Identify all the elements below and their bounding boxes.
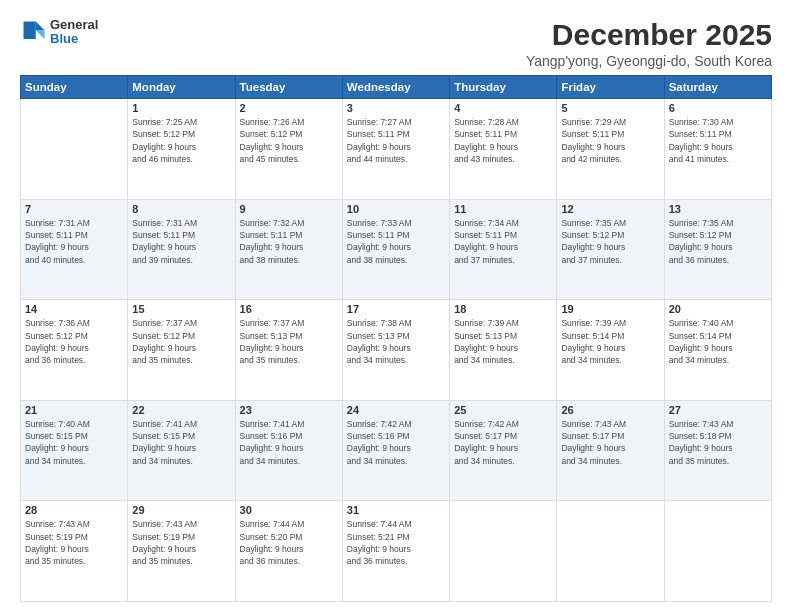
day-info: Sunrise: 7:38 AM Sunset: 5:13 PM Dayligh… (347, 317, 445, 366)
table-cell: 4Sunrise: 7:28 AM Sunset: 5:11 PM Daylig… (450, 99, 557, 200)
logo: General Blue (20, 18, 98, 47)
table-cell: 8Sunrise: 7:31 AM Sunset: 5:11 PM Daylig… (128, 199, 235, 300)
day-info: Sunrise: 7:31 AM Sunset: 5:11 PM Dayligh… (132, 217, 230, 266)
logo-general-text: General (50, 18, 98, 32)
day-info: Sunrise: 7:25 AM Sunset: 5:12 PM Dayligh… (132, 116, 230, 165)
table-cell: 30Sunrise: 7:44 AM Sunset: 5:20 PM Dayli… (235, 501, 342, 602)
day-number: 28 (25, 504, 123, 516)
table-cell (21, 99, 128, 200)
table-row: 1Sunrise: 7:25 AM Sunset: 5:12 PM Daylig… (21, 99, 772, 200)
day-info: Sunrise: 7:41 AM Sunset: 5:15 PM Dayligh… (132, 418, 230, 467)
day-number: 4 (454, 102, 552, 114)
table-cell: 26Sunrise: 7:43 AM Sunset: 5:17 PM Dayli… (557, 400, 664, 501)
day-info: Sunrise: 7:40 AM Sunset: 5:14 PM Dayligh… (669, 317, 767, 366)
day-info: Sunrise: 7:42 AM Sunset: 5:16 PM Dayligh… (347, 418, 445, 467)
day-info: Sunrise: 7:44 AM Sunset: 5:21 PM Dayligh… (347, 518, 445, 567)
day-info: Sunrise: 7:43 AM Sunset: 5:19 PM Dayligh… (25, 518, 123, 567)
table-cell: 16Sunrise: 7:37 AM Sunset: 5:13 PM Dayli… (235, 300, 342, 401)
day-info: Sunrise: 7:42 AM Sunset: 5:17 PM Dayligh… (454, 418, 552, 467)
day-number: 12 (561, 203, 659, 215)
day-number: 19 (561, 303, 659, 315)
day-info: Sunrise: 7:26 AM Sunset: 5:12 PM Dayligh… (240, 116, 338, 165)
day-number: 10 (347, 203, 445, 215)
table-cell: 21Sunrise: 7:40 AM Sunset: 5:15 PM Dayli… (21, 400, 128, 501)
logo-blue-text: Blue (50, 32, 98, 46)
col-saturday: Saturday (664, 76, 771, 99)
col-wednesday: Wednesday (342, 76, 449, 99)
col-tuesday: Tuesday (235, 76, 342, 99)
logo-icon (20, 18, 48, 46)
day-number: 9 (240, 203, 338, 215)
table-cell (557, 501, 664, 602)
table-cell: 27Sunrise: 7:43 AM Sunset: 5:18 PM Dayli… (664, 400, 771, 501)
day-number: 21 (25, 404, 123, 416)
table-cell: 12Sunrise: 7:35 AM Sunset: 5:12 PM Dayli… (557, 199, 664, 300)
calendar-subtitle: Yangp'yong, Gyeonggi-do, South Korea (526, 53, 772, 69)
day-number: 31 (347, 504, 445, 516)
table-cell: 23Sunrise: 7:41 AM Sunset: 5:16 PM Dayli… (235, 400, 342, 501)
calendar-title: December 2025 (526, 18, 772, 51)
table-cell: 15Sunrise: 7:37 AM Sunset: 5:12 PM Dayli… (128, 300, 235, 401)
title-block: December 2025 Yangp'yong, Gyeonggi-do, S… (526, 18, 772, 69)
day-info: Sunrise: 7:39 AM Sunset: 5:14 PM Dayligh… (561, 317, 659, 366)
svg-rect-2 (24, 22, 36, 40)
table-cell: 28Sunrise: 7:43 AM Sunset: 5:19 PM Dayli… (21, 501, 128, 602)
table-row: 28Sunrise: 7:43 AM Sunset: 5:19 PM Dayli… (21, 501, 772, 602)
table-cell: 5Sunrise: 7:29 AM Sunset: 5:11 PM Daylig… (557, 99, 664, 200)
table-cell (450, 501, 557, 602)
svg-marker-0 (36, 22, 45, 31)
table-cell: 10Sunrise: 7:33 AM Sunset: 5:11 PM Dayli… (342, 199, 449, 300)
page: General Blue December 2025 Yangp'yong, G… (0, 0, 792, 612)
day-info: Sunrise: 7:35 AM Sunset: 5:12 PM Dayligh… (669, 217, 767, 266)
day-number: 8 (132, 203, 230, 215)
table-cell: 1Sunrise: 7:25 AM Sunset: 5:12 PM Daylig… (128, 99, 235, 200)
day-info: Sunrise: 7:33 AM Sunset: 5:11 PM Dayligh… (347, 217, 445, 266)
day-number: 16 (240, 303, 338, 315)
day-number: 1 (132, 102, 230, 114)
day-info: Sunrise: 7:32 AM Sunset: 5:11 PM Dayligh… (240, 217, 338, 266)
calendar-table: Sunday Monday Tuesday Wednesday Thursday… (20, 75, 772, 602)
day-info: Sunrise: 7:43 AM Sunset: 5:17 PM Dayligh… (561, 418, 659, 467)
table-cell: 17Sunrise: 7:38 AM Sunset: 5:13 PM Dayli… (342, 300, 449, 401)
header: General Blue December 2025 Yangp'yong, G… (20, 18, 772, 69)
table-cell: 9Sunrise: 7:32 AM Sunset: 5:11 PM Daylig… (235, 199, 342, 300)
day-number: 7 (25, 203, 123, 215)
day-number: 20 (669, 303, 767, 315)
day-number: 17 (347, 303, 445, 315)
day-info: Sunrise: 7:37 AM Sunset: 5:12 PM Dayligh… (132, 317, 230, 366)
day-number: 27 (669, 404, 767, 416)
day-number: 18 (454, 303, 552, 315)
day-number: 11 (454, 203, 552, 215)
svg-marker-1 (36, 31, 45, 40)
day-info: Sunrise: 7:44 AM Sunset: 5:20 PM Dayligh… (240, 518, 338, 567)
day-number: 3 (347, 102, 445, 114)
day-number: 13 (669, 203, 767, 215)
day-number: 5 (561, 102, 659, 114)
day-number: 25 (454, 404, 552, 416)
day-number: 2 (240, 102, 338, 114)
day-number: 15 (132, 303, 230, 315)
col-thursday: Thursday (450, 76, 557, 99)
day-info: Sunrise: 7:28 AM Sunset: 5:11 PM Dayligh… (454, 116, 552, 165)
day-info: Sunrise: 7:29 AM Sunset: 5:11 PM Dayligh… (561, 116, 659, 165)
table-cell: 31Sunrise: 7:44 AM Sunset: 5:21 PM Dayli… (342, 501, 449, 602)
table-cell: 7Sunrise: 7:31 AM Sunset: 5:11 PM Daylig… (21, 199, 128, 300)
day-number: 14 (25, 303, 123, 315)
col-sunday: Sunday (21, 76, 128, 99)
table-cell (664, 501, 771, 602)
table-cell: 11Sunrise: 7:34 AM Sunset: 5:11 PM Dayli… (450, 199, 557, 300)
table-row: 21Sunrise: 7:40 AM Sunset: 5:15 PM Dayli… (21, 400, 772, 501)
day-info: Sunrise: 7:36 AM Sunset: 5:12 PM Dayligh… (25, 317, 123, 366)
day-info: Sunrise: 7:27 AM Sunset: 5:11 PM Dayligh… (347, 116, 445, 165)
logo-text: General Blue (50, 18, 98, 47)
day-info: Sunrise: 7:31 AM Sunset: 5:11 PM Dayligh… (25, 217, 123, 266)
day-info: Sunrise: 7:43 AM Sunset: 5:18 PM Dayligh… (669, 418, 767, 467)
table-cell: 2Sunrise: 7:26 AM Sunset: 5:12 PM Daylig… (235, 99, 342, 200)
day-number: 23 (240, 404, 338, 416)
table-cell: 25Sunrise: 7:42 AM Sunset: 5:17 PM Dayli… (450, 400, 557, 501)
day-info: Sunrise: 7:30 AM Sunset: 5:11 PM Dayligh… (669, 116, 767, 165)
table-cell: 14Sunrise: 7:36 AM Sunset: 5:12 PM Dayli… (21, 300, 128, 401)
table-cell: 19Sunrise: 7:39 AM Sunset: 5:14 PM Dayli… (557, 300, 664, 401)
table-row: 7Sunrise: 7:31 AM Sunset: 5:11 PM Daylig… (21, 199, 772, 300)
table-cell: 22Sunrise: 7:41 AM Sunset: 5:15 PM Dayli… (128, 400, 235, 501)
